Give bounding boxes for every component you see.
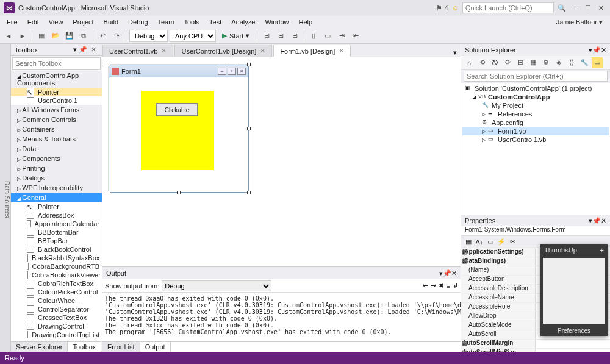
close-icon[interactable]: ✕ bbox=[89, 46, 98, 54]
toolbox-category[interactable]: Dialogs bbox=[11, 173, 102, 183]
save-all-button[interactable]: ⧉ bbox=[77, 30, 90, 42]
toolbox-item[interactable]: ColourWheel bbox=[11, 296, 102, 305]
close-button[interactable]: ✕ bbox=[595, 4, 606, 12]
toolbox-item[interactable]: UserControl1 bbox=[11, 96, 102, 105]
output-btn[interactable]: ≡ bbox=[447, 282, 450, 290]
data-sources-tab[interactable]: Data Sources bbox=[0, 44, 11, 352]
menu-edit[interactable]: Edit bbox=[23, 17, 43, 27]
close-icon[interactable]: ✕ bbox=[601, 217, 606, 225]
open-file-button[interactable]: 📂 bbox=[49, 30, 62, 42]
output-btn[interactable]: ⇥ bbox=[431, 282, 436, 290]
menu-team[interactable]: Team bbox=[154, 17, 179, 27]
toolbox-item[interactable]: DrawingControlTagList bbox=[11, 330, 102, 339]
toolbox-item[interactable]: CobraRichTextBox bbox=[11, 279, 102, 288]
toolbox-item[interactable]: ↖Pointer bbox=[11, 202, 102, 211]
menu-help[interactable]: Help bbox=[295, 17, 317, 27]
minimize-button[interactable]: — bbox=[570, 4, 581, 12]
output-source-combo[interactable]: Debug bbox=[162, 280, 271, 291]
clickable-button[interactable]: Clickable bbox=[156, 103, 198, 116]
toolbox-item[interactable]: ColourPickerControl bbox=[11, 288, 102, 296]
output-bottom-tab[interactable]: Error List bbox=[102, 342, 140, 352]
menu-window[interactable]: Window bbox=[260, 17, 293, 27]
toolbox-category[interactable]: WPF Interoperability bbox=[11, 183, 102, 193]
menu-file[interactable]: File bbox=[2, 17, 22, 27]
props-events-icon[interactable]: ⚡ bbox=[497, 237, 506, 247]
toolbox-category[interactable]: Components bbox=[11, 154, 102, 163]
toolbox-category[interactable]: CustomControlApp Components bbox=[11, 71, 102, 88]
menu-test[interactable]: Test bbox=[205, 17, 226, 27]
notification-flag-icon[interactable]: ⚑ 4 bbox=[436, 4, 448, 12]
bottom-tab[interactable]: Server Explorer bbox=[11, 342, 68, 352]
se-refresh-icon[interactable]: ⟳ bbox=[502, 57, 513, 68]
toolbox-item[interactable]: ↖Pointer bbox=[11, 88, 102, 96]
se-props-icon[interactable]: ⚙ bbox=[540, 57, 551, 68]
se-showall-icon[interactable]: ▦ bbox=[528, 57, 539, 68]
props-pages-icon[interactable]: ▭ bbox=[486, 237, 495, 247]
menu-build[interactable]: Build bbox=[99, 17, 123, 27]
props-az-icon[interactable]: A↓ bbox=[475, 237, 484, 247]
props-object[interactable]: Form1 System.Windows.Forms.Form bbox=[461, 226, 610, 236]
toolbox-item[interactable]: CobraBackgroundRTB bbox=[11, 262, 102, 271]
search-icon[interactable]: 🔍 bbox=[558, 4, 566, 12]
quick-launch-input[interactable] bbox=[462, 2, 554, 13]
layout-icon[interactable]: ▭ bbox=[321, 30, 334, 42]
nav-back-button[interactable]: ◄ bbox=[2, 30, 15, 42]
property-value[interactable] bbox=[536, 340, 610, 348]
se-code-icon[interactable]: ⟨⟩ bbox=[566, 57, 577, 68]
pin-icon[interactable]: 📌 bbox=[592, 46, 601, 54]
toolbox-item[interactable]: CrossedTextBox bbox=[11, 313, 102, 322]
toolbox-category[interactable]: Containers bbox=[11, 124, 102, 134]
se-node[interactable]: ▷▭Form1.vb bbox=[462, 127, 609, 135]
bottom-tab[interactable]: Toolbox bbox=[68, 342, 101, 352]
props-cat-icon[interactable]: ▦ bbox=[464, 237, 473, 247]
toolbox-item[interactable]: AddressBox bbox=[11, 211, 102, 219]
toolbox-tree[interactable]: CustomControlApp Components↖PointerUserC… bbox=[11, 71, 102, 341]
form-designer[interactable]: Form1 – ▫ × Clickable bbox=[102, 57, 461, 266]
undo-button[interactable]: ↶ bbox=[96, 30, 109, 42]
se-tree[interactable]: ▣Solution 'CustomControlApp' (1 project)… bbox=[461, 83, 610, 215]
se-node[interactable]: ▷▪▪References bbox=[462, 110, 609, 118]
toolbox-category[interactable]: Common Controls bbox=[11, 115, 102, 124]
toolbox-category[interactable]: All Windows Forms bbox=[11, 105, 102, 115]
se-node[interactable]: ▣Solution 'CustomControlApp' (1 project) bbox=[462, 84, 609, 93]
new-project-button[interactable]: ▦ bbox=[35, 30, 48, 42]
close-icon[interactable]: ✕ bbox=[601, 46, 606, 54]
toolbox-item[interactable]: ControlSeparator bbox=[11, 305, 102, 313]
layout-icon[interactable]: ⇤ bbox=[350, 30, 362, 42]
pin-icon[interactable]: 📌 bbox=[592, 217, 601, 225]
se-search-input[interactable] bbox=[464, 71, 608, 82]
toolbox-item[interactable]: BlackBookControl bbox=[11, 245, 102, 254]
toolbox-category[interactable]: Printing bbox=[11, 163, 102, 173]
popup-footer[interactable]: Preferences bbox=[540, 326, 608, 336]
expand-icon[interactable]: ▷ bbox=[482, 112, 486, 117]
menu-debug[interactable]: Debug bbox=[124, 17, 152, 27]
align-left-icon[interactable]: ⊟ bbox=[260, 30, 273, 42]
start-button[interactable]: ▶Start▾ bbox=[218, 30, 254, 42]
se-home-icon[interactable]: ⌂ bbox=[464, 57, 475, 68]
tab-overflow-icon[interactable]: ▾ bbox=[450, 49, 461, 57]
se-sync-icon[interactable]: 🗘 bbox=[489, 57, 500, 68]
toolbox-category[interactable]: General bbox=[11, 193, 102, 202]
se-preview-icon[interactable]: ◈ bbox=[553, 57, 564, 68]
toolbox-category[interactable]: Menus & Toolbars bbox=[11, 134, 102, 144]
user-menu[interactable]: Jamie Balfour ▾ bbox=[556, 18, 608, 26]
se-node[interactable]: ▷▭UserControl1.vb bbox=[462, 135, 609, 144]
toolbox-item[interactable]: DrawingControl bbox=[11, 322, 102, 330]
output-bottom-tab[interactable]: Output bbox=[140, 342, 171, 352]
se-wrench-icon[interactable]: 🔧 bbox=[579, 57, 590, 68]
pin-icon[interactable]: 📌 bbox=[443, 269, 451, 277]
output-text[interactable]: The thread 0xaa0 has exited with code 0 … bbox=[102, 293, 461, 341]
form-window[interactable]: Form1 – ▫ × Clickable bbox=[109, 65, 249, 193]
thumbsup-popup[interactable]: ThumbsUp+ Preferences bbox=[540, 244, 608, 336]
se-node[interactable]: ◢VBCustomControlApp bbox=[462, 93, 609, 101]
close-icon[interactable]: ✕ bbox=[260, 47, 265, 55]
toolbox-item[interactable]: BBTopBar bbox=[11, 237, 102, 245]
se-collapse-icon[interactable]: ⊟ bbox=[515, 57, 526, 68]
menu-tools[interactable]: Tools bbox=[179, 17, 204, 27]
expand-icon[interactable]: ▷ bbox=[482, 129, 486, 134]
se-node[interactable]: ⚙App.config bbox=[462, 118, 609, 127]
property-row[interactable]: ⊞AutoScrollMinSize bbox=[461, 349, 610, 352]
align-right-icon[interactable]: ⊟ bbox=[289, 30, 301, 42]
property-value[interactable] bbox=[536, 349, 610, 352]
se-node[interactable]: 🔧My Project bbox=[462, 101, 609, 110]
